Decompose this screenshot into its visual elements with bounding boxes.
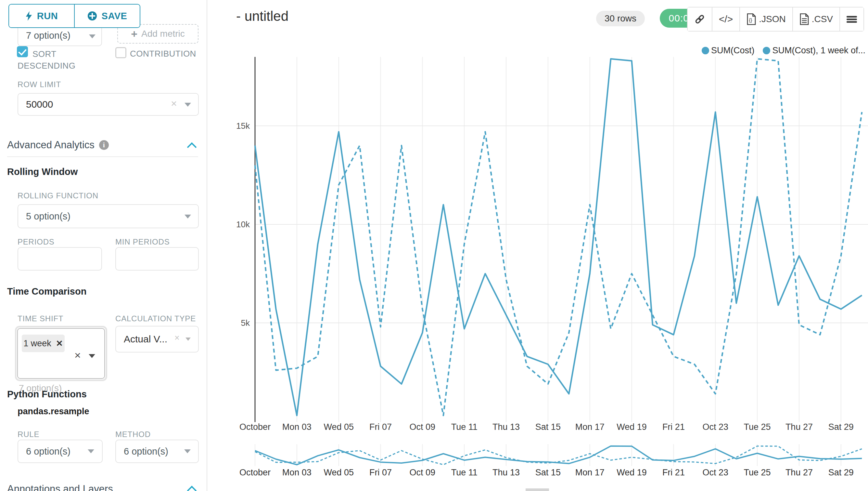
- info-icon: i: [99, 140, 109, 150]
- svg-text:Oct 23: Oct 23: [702, 422, 728, 432]
- svg-text:Sat 29: Sat 29: [828, 422, 854, 432]
- time-shift-select[interactable]: 1 week ✕ ×: [15, 326, 107, 381]
- rolling-function-select[interactable]: 5 option(s): [18, 204, 199, 228]
- chevron-down-icon: [185, 338, 191, 341]
- svg-text:Wed 19: Wed 19: [617, 422, 647, 432]
- svg-text:Thu 13: Thu 13: [493, 422, 520, 432]
- svg-text:Wed 05: Wed 05: [323, 468, 354, 478]
- svg-text:Mon 03: Mon 03: [282, 422, 312, 432]
- svg-text:Sat 29: Sat 29: [828, 468, 854, 478]
- close-icon[interactable]: ✕: [56, 339, 63, 349]
- chevron-down-icon: [89, 354, 95, 358]
- groupby-select-value: 7 option(s): [18, 30, 70, 46]
- save-button-label: SAVE: [102, 11, 127, 22]
- run-save-button-group: RUN SAVE: [8, 4, 140, 28]
- svg-text:5k: 5k: [241, 318, 250, 328]
- clear-icon[interactable]: ×: [74, 349, 81, 362]
- svg-text:Tue 11: Tue 11: [451, 468, 477, 478]
- svg-text:Fri 21: Fri 21: [662, 422, 685, 432]
- row-limit-select[interactable]: 50000 ×: [18, 93, 199, 116]
- svg-text:Fri 07: Fri 07: [369, 422, 392, 432]
- chevron-down-icon: [184, 450, 191, 453]
- method-label: METHOD: [115, 430, 151, 439]
- row-limit-label: ROW LIMIT: [18, 80, 61, 89]
- run-button-label: RUN: [37, 11, 58, 22]
- min-periods-input[interactable]: [115, 247, 199, 270]
- chevron-down-icon: [185, 103, 191, 107]
- save-button[interactable]: SAVE: [75, 4, 140, 27]
- svg-text:Wed 05: Wed 05: [323, 422, 354, 432]
- svg-text:10k: 10k: [236, 220, 250, 229]
- contribution-label: CONTRIBUTION: [130, 49, 196, 59]
- calculation-type-select[interactable]: Actual V... ×: [115, 326, 199, 352]
- time-shift-tag-label: 1 week: [23, 339, 51, 349]
- sort-descending-label: SORT DESCENDING: [18, 48, 75, 71]
- svg-text:Sat 15: Sat 15: [535, 468, 561, 478]
- resize-handle[interactable]: [526, 488, 549, 491]
- calculation-type-label: CALCULATION TYPE: [115, 314, 196, 323]
- rolling-window-title: Rolling Window: [7, 167, 78, 177]
- svg-text:Fri 07: Fri 07: [369, 468, 392, 478]
- periods-input[interactable]: [18, 247, 102, 270]
- control-panel: RUN SAVE 7 option(s) + Add metric SORT D…: [0, 0, 207, 491]
- svg-text:Fri 21: Fri 21: [662, 468, 685, 478]
- python-functions-title: Python Functions: [7, 389, 87, 400]
- svg-text:Tue 25: Tue 25: [744, 422, 771, 432]
- section-divider: [7, 156, 198, 157]
- method-select[interactable]: 6 option(s): [115, 440, 199, 463]
- svg-text:Wed 19: Wed 19: [617, 468, 647, 478]
- run-button[interactable]: RUN: [9, 4, 75, 27]
- svg-text:Oct 09: Oct 09: [410, 468, 436, 478]
- svg-text:Tue 25: Tue 25: [744, 468, 771, 478]
- annotations-title: Annotations and Layers: [7, 483, 113, 491]
- min-periods-label: MIN PERIODS: [115, 237, 169, 247]
- row-limit-value: 50000: [18, 99, 53, 110]
- svg-text:Oct 23: Oct 23: [702, 468, 728, 478]
- chevron-down-icon: [185, 214, 191, 219]
- add-metric-label: Add metric: [141, 29, 185, 39]
- time-shift-label: TIME SHIFT: [18, 314, 63, 323]
- chevron-up-icon[interactable]: [187, 142, 197, 152]
- advanced-analytics-header[interactable]: Advanced Analytics i: [7, 139, 109, 151]
- svg-text:Thu 27: Thu 27: [785, 468, 813, 478]
- rolling-function-label: ROLLING FUNCTION: [18, 191, 98, 200]
- svg-text:Thu 13: Thu 13: [493, 468, 520, 478]
- svg-text:Mon 17: Mon 17: [575, 468, 604, 478]
- clear-icon[interactable]: ×: [171, 98, 177, 109]
- pandas-resample-label: pandas.resample: [18, 406, 89, 416]
- svg-text:October: October: [240, 468, 271, 478]
- chevron-down-icon: [88, 450, 94, 453]
- svg-text:Sat 15: Sat 15: [535, 422, 561, 432]
- svg-text:15k: 15k: [236, 121, 250, 131]
- svg-text:Mon 03: Mon 03: [282, 468, 312, 478]
- clear-icon[interactable]: ×: [175, 334, 180, 342]
- rule-label: RULE: [18, 430, 39, 439]
- svg-text:Mon 17: Mon 17: [575, 422, 604, 432]
- time-shift-tag: 1 week ✕: [22, 335, 65, 352]
- chevron-down-icon: [89, 34, 95, 38]
- plus-circle-icon: [87, 11, 97, 21]
- time-comparison-title: Time Comparison: [7, 286, 86, 297]
- svg-text:Tue 11: Tue 11: [451, 422, 477, 432]
- rolling-function-value: 5 option(s): [18, 211, 70, 222]
- method-value: 6 option(s): [116, 446, 168, 457]
- rule-select[interactable]: 6 option(s): [18, 440, 103, 463]
- svg-text:Thu 27: Thu 27: [785, 422, 813, 432]
- rule-value: 6 option(s): [18, 446, 70, 457]
- lightning-icon: [25, 11, 32, 21]
- chevron-up-icon[interactable]: [187, 486, 197, 491]
- advanced-analytics-title: Advanced Analytics: [7, 139, 95, 151]
- contribution-checkbox[interactable]: [115, 47, 126, 58]
- calculation-type-value: Actual V...: [116, 334, 167, 345]
- svg-text:October: October: [240, 422, 271, 432]
- periods-label: PERIODS: [18, 237, 55, 247]
- timeseries-line-chart[interactable]: 5k10k15kOctoberOctoberMon 03Mon 03Wed 05…: [207, 0, 868, 491]
- svg-text:Oct 09: Oct 09: [410, 422, 436, 432]
